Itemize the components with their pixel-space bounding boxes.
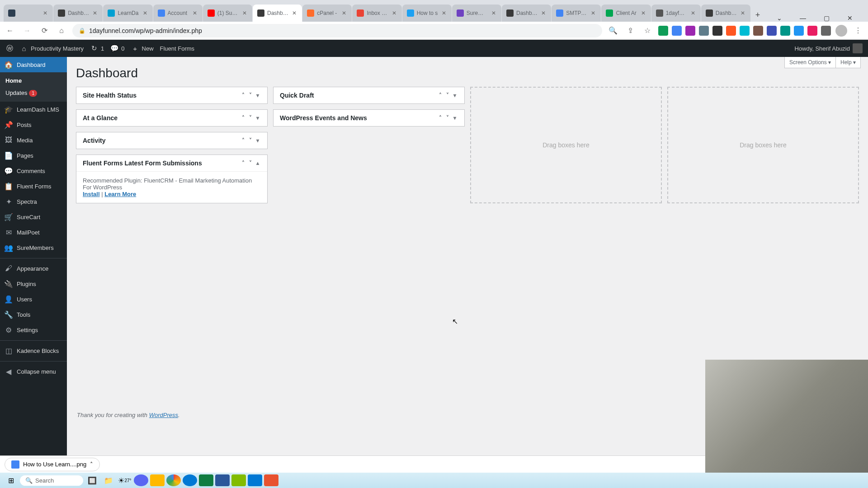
- browser-tab[interactable]: cPanel -✕: [302, 5, 352, 22]
- edge-icon[interactable]: [183, 474, 197, 486]
- move-up-icon[interactable]: ˄: [240, 92, 246, 99]
- move-down-icon[interactable]: ˅: [444, 92, 451, 99]
- browser-tab[interactable]: ✕: [4, 5, 53, 22]
- move-down-icon[interactable]: ˅: [247, 160, 254, 166]
- maximize-icon[interactable]: ▢: [816, 14, 836, 22]
- excel-icon[interactable]: [199, 474, 213, 486]
- tab-close-icon[interactable]: ✕: [740, 10, 746, 16]
- site-name-link[interactable]: ⌂Productivity Mastery: [20, 44, 84, 52]
- tab-close-icon[interactable]: ✕: [192, 10, 198, 16]
- back-icon[interactable]: ←: [4, 27, 16, 35]
- sidebar-item[interactable]: 🖌Appearance: [0, 261, 67, 276]
- move-down-icon[interactable]: ˅: [444, 115, 451, 121]
- close-icon[interactable]: ✕: [840, 14, 860, 22]
- browser-tab[interactable]: (1) Subsc✕: [203, 5, 252, 22]
- browser-tab[interactable]: SMTP Err✕: [552, 5, 601, 22]
- toggle-icon[interactable]: ▾: [452, 92, 458, 99]
- new-content-link[interactable]: +New: [131, 44, 154, 52]
- minimize-icon[interactable]: —: [793, 14, 813, 22]
- browser-tab[interactable]: How to s✕: [402, 5, 452, 22]
- sidebar-item[interactable]: ⚙Settings: [0, 322, 67, 338]
- tab-close-icon[interactable]: ✕: [42, 10, 48, 16]
- extension-icon[interactable]: [726, 26, 736, 36]
- extension-icon[interactable]: [699, 26, 709, 36]
- chevron-up-icon[interactable]: ˄: [90, 461, 93, 468]
- home-icon[interactable]: ⌂: [55, 27, 68, 35]
- sidebar-item[interactable]: 👤Users: [0, 291, 67, 307]
- tab-close-icon[interactable]: ✕: [441, 10, 447, 16]
- extension-icon[interactable]: [807, 26, 817, 36]
- tab-close-icon[interactable]: ✕: [142, 10, 148, 16]
- window-dropdown-icon[interactable]: ⌄: [769, 14, 789, 22]
- sidebar-item[interactable]: ✉MailPoet: [0, 225, 67, 240]
- download-item[interactable]: How to Use Learn....png ˄: [5, 458, 100, 471]
- tab-close-icon[interactable]: ✕: [540, 10, 547, 16]
- sidebar-item[interactable]: 🔌Plugins: [0, 276, 67, 291]
- sidebar-item[interactable]: 💬Comments: [0, 163, 67, 178]
- extension-icon[interactable]: [767, 26, 777, 36]
- tab-close-icon[interactable]: ✕: [341, 10, 347, 16]
- sidebar-item[interactable]: 🎓LearnDash LMS: [0, 102, 67, 117]
- extension-icon[interactable]: [753, 26, 763, 36]
- reload-icon[interactable]: ⟳: [38, 26, 51, 35]
- sidebar-item-dashboard[interactable]: 🏠 Dashboard: [0, 57, 67, 72]
- move-down-icon[interactable]: ˅: [247, 92, 254, 99]
- browser-tab[interactable]: SureMem✕: [452, 5, 501, 22]
- browser-tab[interactable]: LearnDa✕: [103, 5, 152, 22]
- sidebar-item[interactable]: 📋Fluent Forms: [0, 178, 67, 194]
- url-bar[interactable]: 🔒 1dayfunnel.com/wp/wp-admin/index.php: [72, 24, 602, 38]
- extension-icon[interactable]: [712, 26, 722, 36]
- screen-options-button[interactable]: Screen Options ▾: [784, 57, 836, 68]
- install-link[interactable]: Install: [83, 191, 100, 197]
- tab-close-icon[interactable]: ✕: [590, 10, 596, 16]
- kebab-menu-icon[interactable]: ⋮: [852, 26, 864, 35]
- extensions-menu-icon[interactable]: [821, 26, 831, 36]
- share-icon[interactable]: ⇪: [624, 26, 637, 35]
- extension-icon[interactable]: [672, 26, 682, 36]
- toggle-icon[interactable]: ▾: [255, 92, 261, 99]
- browser-tab[interactable]: Dashboa✕: [253, 5, 302, 22]
- browser-tab[interactable]: 1dayfunn✕: [651, 5, 701, 22]
- extension-icon[interactable]: [794, 26, 804, 36]
- file-explorer-icon[interactable]: 📁: [101, 474, 116, 486]
- metabox-dropzone[interactable]: Drag boxes here: [667, 87, 859, 203]
- app-icon[interactable]: [134, 474, 148, 486]
- extension-icon[interactable]: [780, 26, 790, 36]
- move-down-icon[interactable]: ˅: [247, 115, 254, 121]
- move-down-icon[interactable]: ˅: [247, 137, 254, 144]
- forward-icon[interactable]: →: [21, 27, 33, 35]
- tab-close-icon[interactable]: ✕: [640, 10, 646, 16]
- browser-tab[interactable]: Inbox (85✕: [352, 5, 401, 22]
- sidebar-sub-home[interactable]: Home: [0, 75, 67, 87]
- app-icon[interactable]: [264, 474, 278, 486]
- wp-logo-icon[interactable]: ⓦ: [5, 44, 14, 52]
- move-up-icon[interactable]: ˄: [437, 92, 443, 99]
- sidebar-item[interactable]: 🔧Tools: [0, 307, 67, 322]
- move-up-icon[interactable]: ˄: [437, 115, 443, 121]
- admin-avatar-icon[interactable]: [853, 43, 863, 53]
- tab-close-icon[interactable]: ✕: [491, 10, 497, 16]
- browser-tab[interactable]: Dashboa✕: [53, 5, 103, 22]
- task-view-icon[interactable]: 🔲: [85, 474, 99, 486]
- new-tab-button[interactable]: +: [751, 8, 764, 22]
- toggle-icon[interactable]: ▴: [255, 160, 261, 166]
- collapse-menu-button[interactable]: ◀ Collapse menu: [0, 364, 67, 379]
- toggle-icon[interactable]: ▾: [255, 115, 261, 121]
- updates-link[interactable]: ↻1: [90, 44, 104, 52]
- comments-link[interactable]: 💬0: [110, 44, 124, 52]
- extension-icon[interactable]: [740, 26, 750, 36]
- start-button[interactable]: ⊞: [4, 474, 18, 486]
- extension-icon[interactable]: [685, 26, 695, 36]
- wordpress-link[interactable]: WordPress: [149, 412, 178, 418]
- fluent-forms-link[interactable]: Fluent Forms: [160, 45, 195, 52]
- outlook-icon[interactable]: [248, 474, 262, 486]
- help-button[interactable]: Help ▾: [835, 57, 861, 68]
- profile-avatar-icon[interactable]: [835, 25, 847, 37]
- sidebar-item[interactable]: ✦Spectra: [0, 194, 67, 209]
- app-icon[interactable]: [215, 474, 230, 486]
- sidebar-item[interactable]: 🖼Media: [0, 132, 67, 148]
- tab-close-icon[interactable]: ✕: [291, 10, 297, 16]
- extension-icon[interactable]: [658, 26, 668, 36]
- tab-close-icon[interactable]: ✕: [92, 10, 98, 16]
- howdy-text[interactable]: Howdy, Sherif Abuzid: [794, 45, 850, 52]
